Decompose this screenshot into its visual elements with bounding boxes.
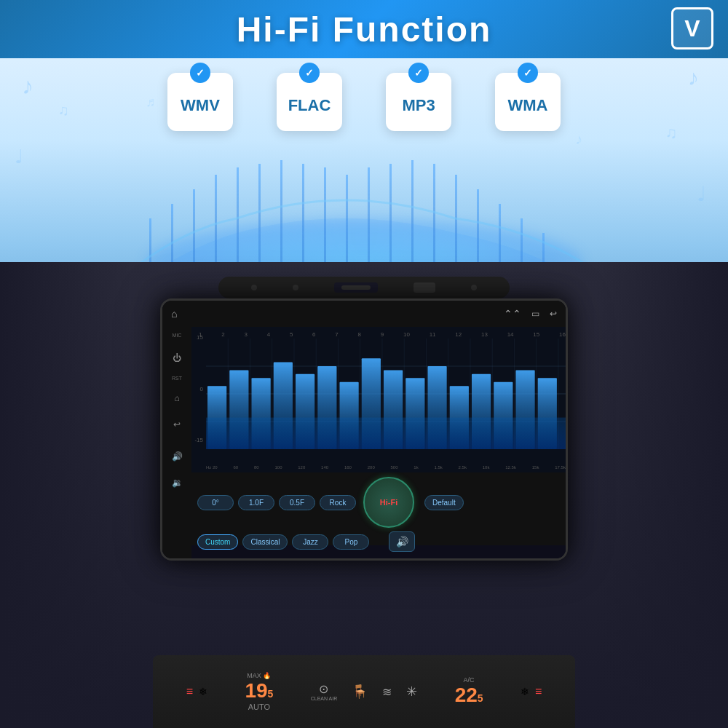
btn-custom[interactable]: Custom	[197, 534, 238, 550]
mic-label: MIC	[173, 333, 182, 338]
control-area: 0° 1.0F 0.5F Rock Hi-Fi Default Custom C…	[191, 472, 566, 545]
eq-top-8: 8	[358, 331, 361, 338]
music-note-6: ♩	[697, 182, 706, 206]
heat-right-icon[interactable]: ≡	[535, 685, 542, 698]
eq-top-labels: 1 2 3 4 5 6 7 8 9 10 11 12 13 14 15 16	[199, 331, 566, 338]
ac-fan-icon[interactable]: ⊙	[319, 682, 328, 696]
eq-x-200: 200	[368, 465, 375, 470]
screen-right-icons: ⌃⌃ ▭ ↩	[504, 308, 557, 320]
left-temp-number: 19	[245, 679, 267, 703]
eq-top-1: 1	[199, 331, 202, 338]
clean-air-label: CLEAN AIR	[311, 696, 338, 701]
btn-0deg[interactable]: 0°	[197, 495, 234, 510]
home-side-icon[interactable]: ⌂	[168, 389, 186, 407]
hifi-circle[interactable]: Hi-Fi	[363, 477, 414, 528]
control-row-2: Custom Classical Jazz Pop 🔊	[197, 531, 560, 552]
eq-top-16: 16	[559, 331, 566, 338]
left-heat-controls: ≡ ❄	[186, 685, 207, 698]
eq-x-500: 500	[391, 465, 398, 470]
max-label: MAX 🔥	[247, 672, 271, 679]
vent-dot-1	[251, 285, 257, 290]
vent-dot-2	[293, 285, 298, 290]
btn-0.5f[interactable]: 0.5F	[279, 495, 315, 510]
btn-jazz[interactable]: Jazz	[292, 534, 328, 550]
window-icon[interactable]: ▭	[531, 309, 539, 319]
eq-x-17.5k: 17.5k	[555, 465, 566, 470]
right-heat-controls: ❄ ≡	[521, 685, 542, 698]
eq-top-12: 12	[455, 331, 462, 338]
eq-display: 15 0 -15 1 2 3 4 5 6 7 8 9 10	[191, 327, 566, 472]
eq-y-labels: 15 0 -15	[191, 334, 205, 443]
speaker-icon[interactable]: 🔊	[389, 531, 415, 552]
ac-indicator: A/C	[464, 676, 475, 684]
eq-x-60: 60	[233, 465, 238, 470]
format-badge-wma: ✓ WMA	[495, 73, 561, 131]
svg-rect-54	[206, 418, 566, 449]
home-icon[interactable]: ⌂	[171, 308, 177, 320]
power-icon[interactable]: ⏻	[168, 349, 186, 367]
ac-wind-icon[interactable]: ≋	[382, 685, 392, 699]
eq-x-120: 120	[298, 465, 305, 470]
eq-top-6: 6	[312, 331, 315, 338]
left-temp-display: 195	[245, 679, 273, 703]
eq-y-neg15: -15	[191, 437, 203, 443]
eq-x-80: 80	[254, 465, 259, 470]
badge-box-flac: ✓ FLAC	[277, 73, 342, 131]
badge-label-wmv: WMV	[181, 96, 220, 115]
right-temp-number: 22	[455, 684, 478, 707]
eq-top-13: 13	[481, 331, 488, 338]
vent-bar	[218, 277, 510, 298]
eq-top-11: 11	[430, 331, 436, 338]
ac-panel: ≡ ❄ MAX 🔥 195 AUTO ⊙ CLEAN AIR 🪑 ≋ ✳ A/C…	[153, 655, 575, 728]
fan-icon[interactable]: ✳	[406, 684, 417, 700]
brand-logo: V	[671, 7, 713, 50]
page-title: Hi-Fi Function	[237, 9, 492, 50]
eq-x-1.5k: 1.5k	[434, 465, 442, 470]
fan-right-icon[interactable]: ❄	[521, 686, 529, 697]
seat-icon[interactable]: 🪑	[352, 684, 368, 700]
eq-x-140: 140	[321, 465, 328, 470]
volume-down-icon[interactable]: 🔉	[168, 474, 186, 491]
back-icon[interactable]: ↩	[550, 309, 557, 319]
eq-top-14: 14	[507, 331, 514, 338]
eq-x-160: 160	[344, 465, 352, 470]
vent-right-piece	[414, 282, 435, 293]
btn-rock[interactable]: Rock	[320, 495, 356, 510]
brand-v-icon: V	[684, 15, 700, 42]
car-dashboard-area: ⌂ ⌃⌃ ▭ ↩ MIC ⏻ RST ⌂ ↩ 🔊 🔉	[0, 262, 728, 728]
eq-top-7: 7	[335, 331, 338, 338]
back-side-icon[interactable]: ↩	[168, 416, 186, 433]
seat-left	[0, 262, 131, 728]
check-icon-wmv: ✓	[190, 63, 210, 83]
heat-left-icon[interactable]: ≡	[186, 685, 193, 698]
check-icon-wma: ✓	[518, 63, 538, 83]
btn-classical[interactable]: Classical	[242, 534, 288, 550]
fan-left-icon[interactable]: ❄	[199, 686, 207, 697]
hifi-label: Hi-Fi	[380, 498, 397, 507]
eq-x-15k: 15k	[532, 465, 539, 470]
volume-up-icon[interactable]: 🔊	[168, 448, 186, 465]
chevron-up-icon[interactable]: ⌃⌃	[504, 308, 521, 320]
control-row-1: 0° 1.0F 0.5F Rock Hi-Fi Default	[197, 477, 560, 528]
check-icon-flac: ✓	[299, 63, 320, 83]
speaker-area: 🔊	[376, 531, 427, 552]
screen-topbar: ⌂ ⌃⌃ ▭ ↩	[162, 301, 566, 327]
left-temp-sub: 5	[268, 688, 274, 700]
fan-speed-control: ✳	[406, 684, 417, 700]
btn-1.0f[interactable]: 1.0F	[238, 495, 274, 510]
eq-x-12.5k: 12.5k	[505, 465, 516, 470]
left-temp-block: MAX 🔥 195 AUTO	[245, 672, 273, 711]
badge-label-wma: WMA	[508, 96, 548, 115]
btn-pop[interactable]: Pop	[333, 534, 369, 550]
eq-x-hz: Hz 20	[206, 465, 218, 470]
btn-default[interactable]: Default	[424, 495, 464, 510]
vent-stripe	[341, 285, 371, 290]
eq-top-2: 2	[221, 331, 224, 338]
music-note-8: ♪	[575, 131, 582, 148]
right-temp-sub: 5	[478, 692, 483, 704]
eq-y-0: 0	[191, 386, 203, 392]
eq-top-10: 10	[403, 331, 410, 338]
rst-label: RST	[172, 376, 182, 381]
eq-x-100: 100	[274, 465, 282, 470]
vent-dot-3	[471, 285, 477, 290]
